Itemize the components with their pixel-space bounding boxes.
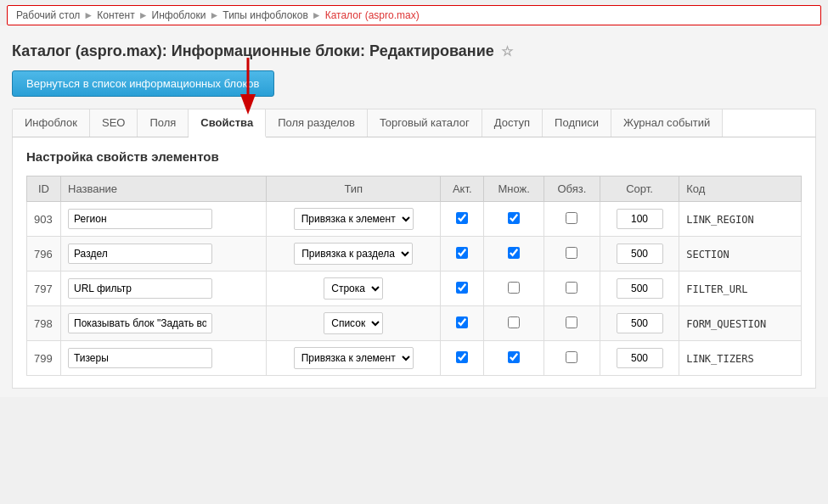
row-type-cell: Привязка к элемент (267, 202, 441, 237)
col-type: Тип (267, 176, 441, 202)
row-type-cell: Список (267, 306, 441, 341)
table-row: 796 Привязка к раздела SECTION (27, 237, 802, 272)
tab-seo[interactable]: SEO (90, 109, 138, 137)
row-mult-cell (484, 341, 544, 376)
code-text: SECTION (686, 249, 729, 260)
row-act-cell (441, 202, 484, 237)
req-checkbox[interactable] (566, 212, 577, 224)
req-checkbox[interactable] (566, 282, 577, 294)
tab-properties[interactable]: Свойства (189, 109, 266, 137)
mult-checkbox[interactable] (508, 351, 520, 363)
row-code-cell: FILTER_URL (679, 272, 802, 306)
name-input[interactable] (68, 244, 212, 264)
act-checkbox[interactable] (456, 351, 468, 363)
row-act-cell (441, 306, 484, 341)
table-row: 797 Строка FILTER_URL (27, 272, 802, 306)
col-code: Код (679, 176, 802, 202)
code-text: LINK_REGION (686, 214, 753, 226)
sort-input[interactable] (617, 313, 663, 333)
req-checkbox[interactable] (566, 247, 577, 259)
tab-event-log[interactable]: Журнал событий (611, 109, 723, 137)
row-id: 797 (27, 272, 61, 306)
act-checkbox[interactable] (456, 316, 468, 328)
back-button[interactable]: Вернуться в список информационных блоков (12, 70, 274, 97)
row-act-cell (441, 341, 484, 376)
breadcrumb-item-4[interactable]: Каталог (aspro.max) (325, 9, 420, 21)
table-row: 798 Список FORM_QUESTION (27, 306, 802, 341)
sort-input[interactable] (617, 278, 663, 299)
row-id: 796 (27, 237, 61, 272)
breadcrumb-item-0[interactable]: Рабочий стол (16, 9, 80, 21)
row-sort-cell (600, 306, 679, 341)
tab-infoblock[interactable]: Инфоблок (13, 109, 90, 137)
row-act-cell (441, 237, 484, 272)
section-card: Настройка свойств элементов ID Название … (12, 137, 816, 389)
row-type-cell: Строка (267, 272, 441, 306)
tab-subscriptions[interactable]: Подписи (543, 109, 611, 137)
row-code-cell: LINK_TIZERS (679, 341, 802, 376)
tab-fields[interactable]: Поля (138, 109, 189, 137)
row-req-cell (544, 341, 600, 376)
mult-checkbox[interactable] (508, 282, 520, 294)
type-select[interactable]: Список (324, 312, 383, 334)
name-input[interactable] (68, 209, 212, 229)
tab-access[interactable]: Доступ (482, 109, 543, 137)
breadcrumb-item-3[interactable]: Типы инфоблоков (222, 9, 307, 21)
row-sort-cell (600, 202, 679, 237)
row-act-cell (441, 272, 484, 306)
row-id: 903 (27, 202, 61, 237)
row-sort-cell (600, 237, 679, 272)
properties-table: ID Название Тип Акт. Множ. Обяз. Сорт. К… (26, 176, 802, 376)
sort-input[interactable] (617, 209, 663, 229)
breadcrumb-item-2[interactable]: Инфоблоки (152, 9, 206, 21)
tab-section-fields[interactable]: Поля разделов (266, 109, 368, 137)
code-text: FORM_QUESTION (686, 318, 766, 330)
mult-checkbox[interactable] (508, 212, 520, 224)
breadcrumb-item-1[interactable]: Контент (97, 9, 134, 21)
type-select[interactable]: Привязка к элемент (294, 347, 414, 369)
col-act: Акт. (441, 176, 484, 202)
act-checkbox[interactable] (456, 212, 468, 224)
star-icon[interactable]: ☆ (501, 43, 513, 59)
row-id: 798 (27, 306, 61, 341)
row-type-cell: Привязка к элемент (267, 341, 441, 376)
tabs-bar: Инфоблок SEO Поля Свойства Поля разделов… (12, 109, 816, 137)
act-checkbox[interactable] (456, 282, 468, 294)
row-name-cell (61, 306, 267, 341)
type-select[interactable]: Привязка к элемент (294, 208, 414, 230)
mult-checkbox[interactable] (508, 247, 520, 259)
row-sort-cell (600, 341, 679, 376)
row-name-cell (61, 202, 267, 237)
row-type-cell: Привязка к раздела (267, 237, 441, 272)
sort-input[interactable] (617, 348, 663, 368)
row-req-cell (544, 306, 600, 341)
req-checkbox[interactable] (566, 351, 577, 363)
name-input[interactable] (68, 278, 212, 299)
row-name-cell (61, 272, 267, 306)
code-text: FILTER_URL (686, 283, 747, 295)
mult-checkbox[interactable] (508, 316, 520, 328)
row-code-cell: SECTION (679, 237, 802, 272)
req-checkbox[interactable] (566, 316, 577, 328)
type-select[interactable]: Строка (324, 277, 383, 300)
name-input[interactable] (68, 313, 212, 333)
section-title: Настройка свойств элементов (26, 149, 802, 164)
row-name-cell (61, 341, 267, 376)
table-row: 799 Привязка к элемент LINK_TIZERS (27, 341, 802, 376)
type-select[interactable]: Привязка к раздела (294, 243, 413, 265)
row-sort-cell (600, 272, 679, 306)
row-req-cell (544, 202, 600, 237)
sort-input[interactable] (617, 244, 663, 264)
col-req: Обяз. (544, 176, 600, 202)
code-text: LINK_TIZERS (686, 353, 753, 365)
col-mult: Множ. (484, 176, 544, 202)
row-code-cell: FORM_QUESTION (679, 306, 802, 341)
act-checkbox[interactable] (456, 247, 468, 259)
row-id: 799 (27, 341, 61, 376)
col-sort: Сорт. (600, 176, 679, 202)
row-name-cell (61, 237, 267, 272)
name-input[interactable] (68, 348, 212, 368)
row-req-cell (544, 272, 600, 306)
tab-trade-catalog[interactable]: Торговый каталог (368, 109, 482, 137)
row-mult-cell (484, 237, 544, 272)
